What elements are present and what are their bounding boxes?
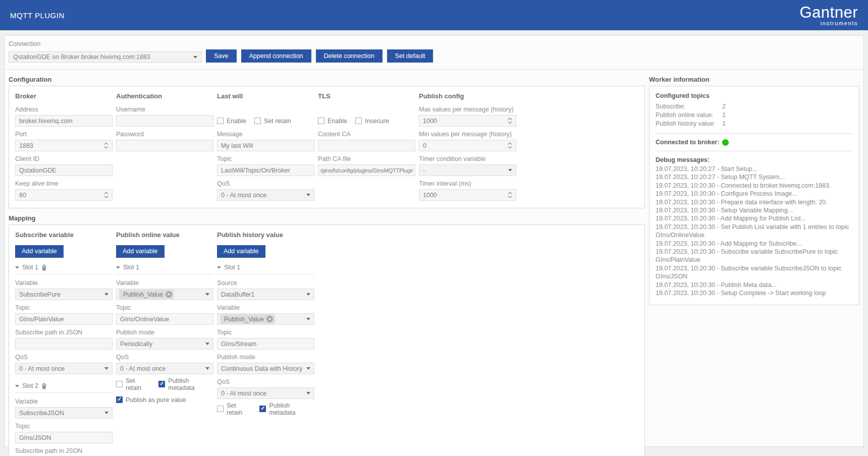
- publish-online-qos-select[interactable]: 0 - At most once: [116, 363, 213, 374]
- checkbox-checked-icon: [116, 396, 123, 403]
- port-label: Port: [15, 131, 113, 138]
- message-input[interactable]: My last Will: [217, 140, 314, 151]
- checkbox-checked-icon: [158, 381, 165, 387]
- publish-mode-select[interactable]: Periodically: [116, 338, 213, 350]
- lastwill-set-retain-checkbox[interactable]: Set retain: [254, 118, 291, 125]
- checkbox-icon: [355, 118, 362, 124]
- spinner-icons[interactable]: [508, 142, 512, 149]
- collapse-icon[interactable]: [217, 266, 221, 269]
- publish-online-topic-input[interactable]: GIns/OnlineValue: [116, 313, 213, 325]
- tls-insecure-checkbox[interactable]: Insecure: [355, 118, 389, 125]
- set-retain-checkbox[interactable]: Set retain: [217, 402, 251, 416]
- debug-message: 19.07.2023, 10:20:30 - Configure Process…: [656, 190, 853, 198]
- publish-history-variable-select[interactable]: Publish_Value ✕: [217, 313, 314, 325]
- spinner-up-icon: [508, 118, 512, 120]
- lastwill-qos-label: QoS: [217, 180, 314, 188]
- add-variable-button[interactable]: Add variable: [217, 245, 265, 258]
- publish-metadata-checkbox[interactable]: Publish metadata: [158, 377, 213, 391]
- authentication-column: Authentication Username Password: [116, 91, 213, 205]
- spinner-down-icon: [508, 122, 512, 124]
- remove-variable-icon[interactable]: ✕: [166, 291, 172, 298]
- spinner-up-icon: [508, 192, 512, 194]
- topic-label: Topic: [116, 304, 213, 312]
- chevron-down-icon: [306, 318, 310, 320]
- save-button[interactable]: Save: [206, 49, 237, 63]
- variable-label: Variable: [15, 279, 113, 287]
- checkbox-icon: [217, 118, 224, 124]
- topic-label: Topic: [15, 304, 113, 312]
- lastwill-qos-select[interactable]: 0 - At most once: [217, 189, 314, 201]
- publish-history-mode-select[interactable]: Continuous Data with History: [217, 363, 314, 374]
- address-input[interactable]: broker.hivemq.com: [15, 115, 113, 127]
- username-input[interactable]: [116, 115, 213, 127]
- append-connection-button[interactable]: Append connection: [241, 49, 311, 63]
- publish-online-title: Publish online value: [116, 231, 213, 239]
- connection-select[interactable]: QstationGDE on Broker broker.hivemq.com:…: [9, 51, 202, 63]
- debug-message: 19.07.2023, 10:20:30 - Add Mapping for P…: [656, 214, 853, 222]
- spinner-icons[interactable]: [104, 142, 108, 149]
- timer-variable-select[interactable]: -: [419, 164, 516, 176]
- address-label: Address: [15, 106, 113, 113]
- main-panel: Connection QstationGDE on Broker broker.…: [4, 35, 864, 447]
- timer-interval-stepper[interactable]: 1000: [419, 189, 516, 201]
- path-ca-input[interactable]: /gins/fs/config/plugins/GInsMQTTPlugin/: [318, 164, 415, 176]
- spinner-icons[interactable]: [508, 192, 512, 198]
- publish-history-topic-input[interactable]: GIns/Stream: [217, 338, 314, 350]
- set-default-button[interactable]: Set default: [387, 49, 433, 63]
- keep-alive-label: Keep alive time: [15, 180, 113, 188]
- broker-title: Broker: [15, 92, 113, 100]
- lastwill-enable-checkbox[interactable]: Enable: [217, 118, 246, 125]
- source-select[interactable]: DataBuffer1: [217, 289, 314, 300]
- max-values-stepper[interactable]: 1000: [419, 115, 516, 127]
- collapse-icon[interactable]: [15, 266, 19, 269]
- trash-icon[interactable]: [41, 264, 47, 271]
- min-values-label: Min values per message (history): [419, 131, 516, 138]
- client-id-input[interactable]: QstationGDE: [15, 164, 113, 176]
- set-retain-checkbox[interactable]: Set retain: [116, 377, 150, 391]
- publish-metadata-checkbox[interactable]: Publish metadata: [259, 402, 314, 416]
- remove-variable-icon[interactable]: ✕: [266, 316, 273, 322]
- connection-label: Connection: [9, 40, 859, 47]
- add-variable-button[interactable]: Add variable: [116, 245, 165, 258]
- min-values-stepper[interactable]: 0: [419, 140, 516, 151]
- publish-pure-value-checkbox[interactable]: Publish as pure value: [116, 396, 186, 404]
- chevron-down-icon: [205, 293, 209, 296]
- divider: [656, 133, 853, 134]
- spinner-down-icon: [104, 196, 108, 198]
- subscribe-variable-select[interactable]: SubscribeJSON: [15, 407, 113, 419]
- spinner-icons[interactable]: [104, 192, 108, 198]
- subscribe-topic-input[interactable]: GIns/PlainValue: [15, 313, 113, 325]
- variable-chip: Publish_Value ✕: [119, 290, 174, 299]
- password-input[interactable]: [116, 140, 213, 151]
- chevron-down-icon: [306, 293, 310, 296]
- delete-connection-button[interactable]: Delete connection: [316, 49, 383, 63]
- subscribe-variable-select[interactable]: SubscribePure: [15, 289, 113, 300]
- port-stepper[interactable]: 1883: [15, 140, 113, 151]
- subscribe-qos-select[interactable]: 0 - At most once: [15, 363, 113, 374]
- collapse-icon[interactable]: [116, 266, 120, 269]
- connection-section: Connection QstationGDE on Broker broker.…: [5, 36, 863, 70]
- tls-enable-checkbox[interactable]: Enable: [318, 118, 347, 125]
- keep-alive-stepper[interactable]: 60: [15, 189, 113, 201]
- message-label: Message: [217, 131, 314, 138]
- variable-label: Variable: [116, 279, 213, 287]
- topic-count-row: Subscribe: 2: [656, 102, 853, 111]
- publish-online-variable-select[interactable]: Publish_Value ✕: [116, 289, 213, 300]
- publish-config-title: Publish config: [419, 92, 516, 100]
- chevron-down-icon: [104, 367, 108, 370]
- debug-message: 19.07.2023, 10:20:30 - Subscribe variabl…: [656, 248, 853, 264]
- timer-variable-label: Timer condition variable: [419, 155, 516, 163]
- collapse-icon[interactable]: [15, 385, 19, 387]
- trash-icon[interactable]: [41, 383, 47, 389]
- publish-history-qos-select[interactable]: 0 - At most once: [217, 387, 314, 399]
- add-variable-button[interactable]: Add variable: [15, 245, 64, 258]
- subscribe-topic-input[interactable]: GIns/JSON: [15, 432, 113, 443]
- qos-label: QoS: [15, 354, 113, 361]
- spinner-icons[interactable]: [508, 118, 512, 124]
- brand-logo: Gantner instruments: [799, 5, 858, 26]
- topic-count-row: Publish online value: 1: [656, 111, 853, 120]
- content-ca-input[interactable]: [318, 140, 415, 151]
- spinner-down-icon: [508, 146, 512, 149]
- subscribe-path-input[interactable]: [15, 338, 113, 350]
- lastwill-topic-input[interactable]: LastWill/Topic/On/Broker: [217, 164, 314, 176]
